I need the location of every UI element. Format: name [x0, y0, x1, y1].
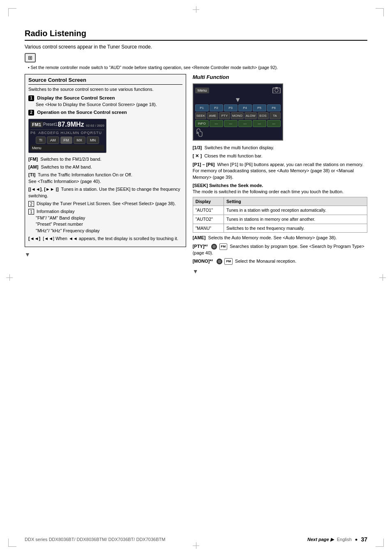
tuner-rds-text: ABCDEFG HIJKLMN OPQRSTU	[39, 131, 102, 135]
tuner-btn-am: AM	[47, 136, 59, 144]
seek-row-auto2: "AUTO2" Tunes in stations in memory one …	[193, 215, 367, 224]
step-2-number: 2	[28, 110, 34, 116]
ctrl-seek-next: [►► |]	[44, 187, 58, 192]
seek-col-setting: Setting	[224, 197, 367, 206]
footer-circle: ●	[355, 537, 358, 542]
down-arrow-right: ▼	[193, 268, 367, 275]
mf-item-pty: [PTY]*² FM Searches station by program t…	[193, 243, 367, 256]
mf-btn-p2: P2	[210, 104, 223, 111]
mf-btn-ta: TA	[270, 112, 281, 119]
crosshair-left	[6, 274, 13, 281]
mf-item-ame: [AME] Selects the Auto Memory mode. See …	[193, 235, 367, 241]
tuner-rds: P6 ABCDEFG HIJKLMN OPQRSTU	[30, 130, 104, 135]
mf-pty-fm-badge: FM	[219, 243, 228, 250]
mf-section-title: Multi Function	[193, 74, 367, 80]
ctrl-am-key: [AM]	[28, 164, 38, 169]
seek-cell-auto2-key: "AUTO2"	[193, 215, 224, 224]
tuner-menu-bar: Menu	[30, 145, 104, 151]
mf-btn-info2: ---	[210, 120, 223, 127]
ctrl-seek: [|◄◄], [►► |] Tunes in a station. Use th…	[28, 186, 182, 199]
step-1-title: Display the Source Control Screen	[37, 95, 115, 100]
mf-btn-info4: ---	[238, 120, 252, 127]
mf-menu-button: Menu	[195, 88, 210, 93]
controls-list: [FM] Switches to the FM1/2/3 band. [AM] …	[28, 156, 182, 242]
mf-item-13: [1/3] Switches the multi function displa…	[193, 145, 367, 151]
mf-ame-desc: Selects the Auto Memory mode. See <Auto …	[208, 235, 337, 240]
scs-box-desc: Switches to the source control screen to…	[28, 87, 182, 92]
ctrl-2-num: 2	[28, 201, 34, 207]
ctrl-info-fm: "FM"/ "AM" Band display	[36, 215, 85, 220]
seek-cell-auto1-key: "AUTO1"	[193, 206, 224, 215]
page-content: Radio Listening Various control screens …	[25, 29, 367, 530]
mf-buttons-row-3: INFO --- --- --- --- ---	[195, 120, 281, 127]
crop-mark-br	[376, 539, 384, 547]
mf-buttons-row-1: P1 P2 P3 P4 P5 P6	[195, 104, 281, 111]
ctrl-1-desc: Information display	[37, 209, 74, 214]
mf-pty-icon	[211, 244, 217, 250]
mf-desc-list: [1/3] Switches the multi function displa…	[193, 145, 367, 265]
seek-row-manu: "MANU" Switches to the next frequency ma…	[193, 224, 367, 233]
mf-btn-info3: ---	[224, 120, 238, 127]
mf-item-mono: [MONO]*² FM Select the Monaural receptio…	[193, 258, 367, 265]
mf-screen: Menu ▼ P1	[193, 83, 283, 141]
mf-top-row: Menu	[195, 86, 281, 95]
mf-btn-pty: PTY	[219, 112, 230, 119]
mf-ame-key: [AME]	[193, 235, 206, 240]
step-1-number: 1	[28, 95, 34, 101]
footer-lang: English	[337, 537, 352, 542]
intro-text: Various control screens appear in the Tu…	[25, 44, 367, 50]
ctrl-1: 1 Information display "FM"/ "AM" Band di…	[28, 208, 182, 234]
ctrl-1-num: 1	[28, 209, 34, 215]
svg-point-1	[275, 89, 278, 92]
ctrl-ti-see: See <Traffic Information> (page 40).	[28, 179, 101, 184]
mf-item-p1p6-desc: When [P1] to [P6] buttons appear, you ca…	[217, 162, 364, 167]
mf-pty-key: [PTY]*²	[193, 244, 208, 249]
seek-cell-auto1-val: Tunes in a station with good reception a…	[224, 206, 367, 215]
mf-btn-alow: ALOW	[244, 112, 257, 119]
tuner-freq: 87.9MHz 02:02 / 2020	[58, 121, 104, 128]
tuner-buttons-row: TI AM FM MX MN	[30, 136, 104, 144]
tuner-band: FM1	[30, 122, 43, 127]
crosshair-top	[193, 6, 199, 13]
ctrl-am-desc: Switches to the AM band.	[41, 164, 92, 169]
ctrl-2: 2 Display the Tuner Preset List Screen. …	[28, 201, 182, 207]
down-arrow-left: ▼	[25, 251, 186, 258]
crosshair-bottom	[193, 542, 199, 549]
page-footer: DDX series DDX8036BT/ DDX8036BTM/ DDX703…	[25, 536, 367, 543]
left-column: Source Control Screen Switches to the so…	[25, 74, 186, 275]
mf-btn-ame: AME	[207, 112, 218, 119]
mf-item-13-desc: Switches the multi function display.	[204, 145, 274, 150]
mf-down-arrow: ▼	[235, 96, 241, 104]
mf-seek-title: [SEEK] Switches the Seek mode.	[193, 183, 263, 188]
mf-pty-desc: Searches station by program type. See <S…	[193, 244, 364, 255]
svg-rect-2	[275, 87, 278, 88]
mf-btn-p1: P1	[195, 104, 209, 111]
ctrl-fm-key: [FM]	[28, 157, 38, 162]
mf-btn-p4: P4	[238, 104, 252, 111]
step-2: 2 Operation on the Source Control screen…	[28, 109, 182, 242]
two-column-layout: Source Control Screen Switches to the so…	[25, 74, 367, 275]
ctrl-ti-desc: Turns the Traffic Information function O…	[38, 172, 132, 177]
tuner-preset: Preset1	[43, 122, 57, 127]
mf-item-p1p6-key: [P1] – [P6]	[193, 162, 215, 167]
mf-top-icon	[272, 86, 281, 95]
step-2-title: Operation on the Source Control screen	[37, 110, 127, 115]
down-arrow-right-container: ▼	[193, 268, 367, 275]
mf-btn-p3: P3	[224, 104, 238, 111]
footer-next-label: Next page ▶	[307, 537, 334, 542]
ctrl-seek-prev: [|◄◄]	[28, 187, 42, 192]
tuner-p6-label: P6	[30, 131, 36, 135]
ctrl-info-preset: "Preset" Preset number	[36, 222, 83, 227]
ctrl-2-desc: Display the Tuner Preset List Screen. Se…	[37, 201, 176, 206]
tuner-top-bar: FM1 Preset1 87.9MHz 02:02 / 2020	[30, 121, 104, 128]
ctrl-ti: [TI] Turns the Traffic Information funct…	[28, 172, 182, 185]
seek-cell-manu-key: "MANU"	[193, 224, 224, 233]
seek-row-auto1: "AUTO1" Tunes in a station with good rec…	[193, 206, 367, 215]
step-1: 1 Display the Source Control Screen See …	[28, 95, 182, 107]
tuner-time: 02:02 / 2020	[86, 124, 104, 127]
seek-col-display: Display	[193, 197, 224, 206]
ctrl-info-mhz: "MHz"/ "kHz" Frequency display	[36, 228, 100, 233]
mf-item-x: [ ✕ ] Closes the multi function bar.	[193, 153, 367, 159]
mf-btn-eos: EOS	[258, 112, 269, 119]
seek-table: Display Setting "AUTO1" Tunes in a stati…	[193, 197, 367, 233]
